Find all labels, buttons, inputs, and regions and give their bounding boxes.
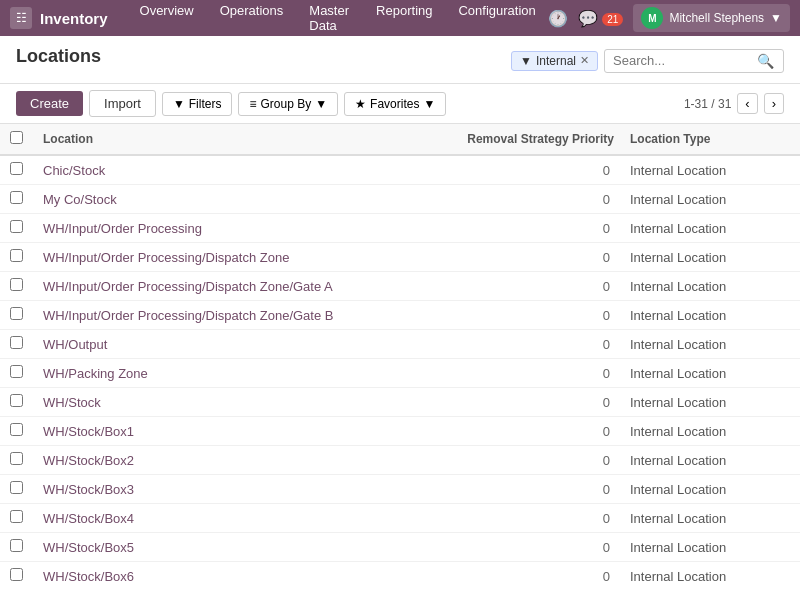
- row-priority: 0: [418, 243, 620, 272]
- row-location[interactable]: WH/Output: [33, 330, 418, 359]
- clock-icon[interactable]: 🕐: [548, 9, 568, 28]
- row-location[interactable]: WH/Packing Zone: [33, 359, 418, 388]
- row-checkbox[interactable]: [10, 539, 23, 552]
- row-checkbox[interactable]: [10, 423, 23, 436]
- row-location[interactable]: WH/Stock/Box1: [33, 417, 418, 446]
- row-location[interactable]: WH/Stock/Box6: [33, 562, 418, 585]
- star-icon: ★: [355, 97, 366, 111]
- pager-next[interactable]: ›: [764, 93, 784, 114]
- location-link[interactable]: WH/Stock/Box2: [43, 453, 134, 468]
- row-checkbox[interactable]: [10, 365, 23, 378]
- create-button[interactable]: Create: [16, 91, 83, 116]
- row-location[interactable]: WH/Input/Order Processing/Dispatch Zone: [33, 243, 418, 272]
- location-link[interactable]: WH/Stock/Box3: [43, 482, 134, 497]
- groupby-label: Group By: [260, 97, 311, 111]
- nav-overview[interactable]: Overview: [128, 0, 206, 39]
- location-link[interactable]: WH/Input/Order Processing/Dispatch Zone/…: [43, 279, 333, 294]
- row-checkbox[interactable]: [10, 191, 23, 204]
- user-menu[interactable]: M Mitchell Stephens ▼: [633, 4, 790, 32]
- row-location[interactable]: WH/Stock/Box5: [33, 533, 418, 562]
- table-row: Chic/Stock 0 Internal Location: [0, 155, 800, 185]
- nav-links: Overview Operations Master Data Reportin…: [128, 0, 548, 39]
- row-spacer: [780, 359, 800, 388]
- row-priority: 0: [418, 562, 620, 585]
- groupby-button[interactable]: ≡ Group By ▼: [238, 92, 338, 116]
- table-row: WH/Stock/Box5 0 Internal Location: [0, 533, 800, 562]
- location-link[interactable]: WH/Input/Order Processing: [43, 221, 202, 236]
- nav-masterdata[interactable]: Master Data: [297, 0, 362, 39]
- filter-icon: ▼: [173, 97, 185, 111]
- row-checkbox[interactable]: [10, 510, 23, 523]
- table-row: WH/Input/Order Processing/Dispatch Zone …: [0, 243, 800, 272]
- search-box: 🔍: [604, 49, 784, 73]
- row-checkbox[interactable]: [10, 336, 23, 349]
- badge-count: 21: [602, 13, 623, 26]
- location-link[interactable]: WH/Stock: [43, 395, 101, 410]
- row-checkbox-cell: [0, 388, 33, 417]
- col-header-location[interactable]: Location: [33, 124, 418, 155]
- location-link[interactable]: WH/Input/Order Processing/Dispatch Zone: [43, 250, 289, 265]
- row-location[interactable]: WH/Input/Order Processing: [33, 214, 418, 243]
- row-checkbox[interactable]: [10, 249, 23, 262]
- table-row: WH/Input/Order Processing/Dispatch Zone/…: [0, 272, 800, 301]
- top-nav: ☷ Inventory Overview Operations Master D…: [0, 0, 800, 36]
- favorites-button[interactable]: ★ Favorites ▼: [344, 92, 446, 116]
- location-link[interactable]: Chic/Stock: [43, 163, 105, 178]
- location-link[interactable]: WH/Input/Order Processing/Dispatch Zone/…: [43, 308, 333, 323]
- nav-reporting[interactable]: Reporting: [364, 0, 444, 39]
- location-link[interactable]: WH/Stock/Box4: [43, 511, 134, 526]
- filters-button[interactable]: ▼ Filters: [162, 92, 233, 116]
- col-header-priority[interactable]: Removal Strategy Priority: [418, 124, 620, 155]
- row-location[interactable]: My Co/Stock: [33, 185, 418, 214]
- nav-configuration[interactable]: Configuration: [446, 0, 547, 39]
- row-location[interactable]: WH/Stock/Box2: [33, 446, 418, 475]
- table-row: WH/Packing Zone 0 Internal Location: [0, 359, 800, 388]
- row-checkbox[interactable]: [10, 452, 23, 465]
- row-checkbox[interactable]: [10, 568, 23, 581]
- table-row: WH/Stock/Box2 0 Internal Location: [0, 446, 800, 475]
- groupby-icon: ≡: [249, 97, 256, 111]
- row-checkbox-cell: [0, 533, 33, 562]
- row-priority: 0: [418, 272, 620, 301]
- location-link[interactable]: WH/Stock/Box1: [43, 424, 134, 439]
- row-checkbox-cell: [0, 330, 33, 359]
- location-link[interactable]: My Co/Stock: [43, 192, 117, 207]
- location-link[interactable]: WH/Output: [43, 337, 107, 352]
- select-all-checkbox[interactable]: [10, 131, 23, 144]
- nav-operations[interactable]: Operations: [208, 0, 296, 39]
- row-checkbox-cell: [0, 359, 33, 388]
- row-location[interactable]: WH/Stock: [33, 388, 418, 417]
- row-location[interactable]: Chic/Stock: [33, 155, 418, 185]
- row-location[interactable]: WH/Input/Order Processing/Dispatch Zone/…: [33, 272, 418, 301]
- row-priority: 0: [418, 417, 620, 446]
- row-location[interactable]: WH/Input/Order Processing/Dispatch Zone/…: [33, 301, 418, 330]
- import-button[interactable]: Import: [89, 90, 156, 117]
- search-input[interactable]: [613, 53, 753, 68]
- search-icon[interactable]: 🔍: [757, 53, 774, 69]
- filter-tag-internal: ▼ Internal ✕: [511, 51, 598, 71]
- col-header-type[interactable]: Location Type: [620, 124, 780, 155]
- row-checkbox[interactable]: [10, 481, 23, 494]
- row-checkbox[interactable]: [10, 307, 23, 320]
- row-checkbox-cell: [0, 243, 33, 272]
- row-checkbox-cell: [0, 562, 33, 585]
- location-link[interactable]: WH/Stock/Box6: [43, 569, 134, 584]
- row-type: Internal Location: [620, 533, 780, 562]
- row-type: Internal Location: [620, 475, 780, 504]
- row-location[interactable]: WH/Stock/Box4: [33, 504, 418, 533]
- row-priority: 0: [418, 214, 620, 243]
- row-checkbox[interactable]: [10, 220, 23, 233]
- row-type: Internal Location: [620, 272, 780, 301]
- app-icon: ☷: [10, 7, 32, 29]
- location-link[interactable]: WH/Stock/Box5: [43, 540, 134, 555]
- row-location[interactable]: WH/Stock/Box3: [33, 475, 418, 504]
- locations-table: Location Removal Strategy Priority Locat…: [0, 124, 800, 584]
- row-checkbox[interactable]: [10, 394, 23, 407]
- row-spacer: [780, 504, 800, 533]
- row-checkbox[interactable]: [10, 162, 23, 175]
- chat-icon[interactable]: 💬 21: [578, 9, 624, 28]
- pager-prev[interactable]: ‹: [737, 93, 757, 114]
- location-link[interactable]: WH/Packing Zone: [43, 366, 148, 381]
- row-checkbox[interactable]: [10, 278, 23, 291]
- filter-tag-close[interactable]: ✕: [580, 54, 589, 67]
